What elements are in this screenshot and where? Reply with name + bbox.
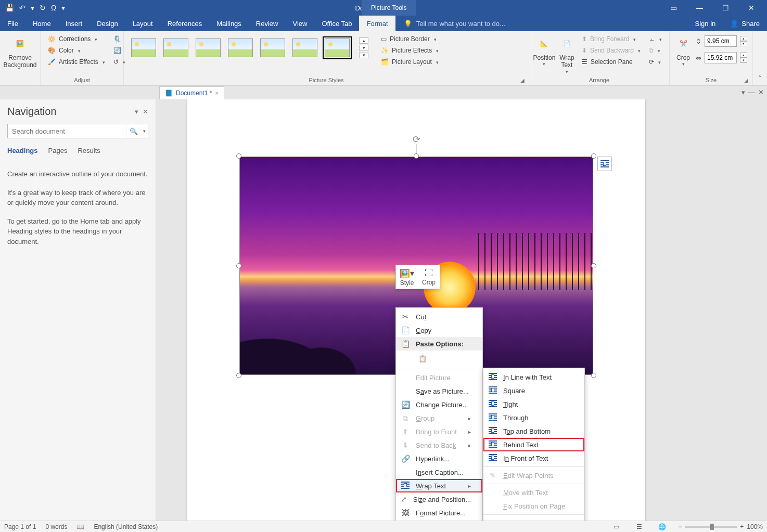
selected-image[interactable]: ⟳ 🖼️▾Style ⛶Crop [239, 157, 593, 375]
size-dialog-launcher-icon[interactable]: ◢ [744, 77, 748, 83]
position-button[interactable]: 📐Position▾ [532, 33, 556, 67]
sign-in-link[interactable]: Sign in [688, 16, 723, 31]
navigation-close-icon[interactable]: ✕ [138, 108, 148, 115]
tab-format[interactable]: Format [359, 16, 395, 31]
redo-icon[interactable]: ↻ [40, 4, 46, 12]
tab-layout[interactable]: Layout [125, 16, 160, 31]
picture-border-button[interactable]: ▭Picture Border [379, 34, 441, 44]
style-thumb-5[interactable] [260, 38, 285, 57]
tab-view[interactable]: View [285, 16, 314, 31]
width-down-icon[interactable]: ▾ [740, 58, 747, 63]
wrap-square[interactable]: Square [483, 384, 584, 397]
mini-style-button[interactable]: 🖼️▾Style [396, 265, 418, 289]
resize-handle-tl[interactable] [236, 153, 241, 159]
nav-tab-pages[interactable]: Pages [48, 147, 68, 157]
doctabs-dropdown-icon[interactable]: ▾ [742, 88, 745, 96]
ctx-hyperlink[interactable]: 🔗Hyperlink... [396, 452, 482, 465]
nav-tab-results[interactable]: Results [78, 147, 100, 157]
tab-references[interactable]: References [160, 16, 209, 31]
resize-handle-bl[interactable] [236, 373, 241, 378]
status-language[interactable]: English (United States) [94, 523, 158, 530]
resize-handle-ml[interactable] [236, 263, 241, 268]
zoom-in-icon[interactable]: + [740, 523, 744, 530]
wrap-inline[interactable]: In Line with Text [483, 370, 584, 384]
style-thumb-7[interactable] [325, 38, 350, 57]
search-dropdown-icon[interactable]: ▾ [140, 128, 148, 134]
style-thumb-6[interactable] [292, 38, 317, 57]
status-page[interactable]: Page 1 of 1 [4, 523, 36, 530]
ctx-change-picture[interactable]: 🔄Change Picture... [396, 398, 482, 411]
wrap-top-bottom[interactable]: Top and Bottom [483, 424, 584, 438]
gallery-scroll-up-icon[interactable]: ▴ [359, 37, 368, 44]
bring-forward-button[interactable]: ⬆Bring Forward [580, 34, 643, 44]
doctabs-min-icon[interactable]: — [748, 88, 755, 96]
document-tab-close-icon[interactable]: × [215, 90, 218, 96]
view-read-mode-icon[interactable]: ▭ [609, 523, 623, 530]
paste-option-keep-source[interactable]: 📋 [416, 352, 429, 365]
tab-design[interactable]: Design [90, 16, 125, 31]
group-objects-button[interactable]: ⧉ [647, 46, 664, 55]
gallery-scroll-down-icon[interactable]: ▾ [359, 45, 368, 51]
height-up-icon[interactable]: ▴ [740, 36, 747, 41]
resize-handle-tm[interactable] [414, 153, 419, 159]
gallery-more-icon[interactable]: ▾ [359, 52, 368, 58]
nav-tab-headings[interactable]: Headings [7, 147, 38, 157]
view-print-layout-icon[interactable]: ☰ [632, 523, 646, 530]
ctx-save-as-picture[interactable]: Save as Picture... [396, 384, 482, 398]
minimize-icon[interactable]: — [689, 4, 710, 12]
tab-insert[interactable]: Insert [58, 16, 90, 31]
width-input[interactable] [705, 52, 737, 63]
wrap-in-front[interactable]: In Front of Text [483, 451, 584, 465]
tell-me-search[interactable]: 💡Tell me what you want to do... [395, 16, 688, 31]
status-proofing-icon[interactable]: 📖 [76, 523, 84, 530]
ctx-wrap-text[interactable]: Wrap Text▸ [396, 479, 482, 492]
height-down-icon[interactable]: ▾ [740, 41, 747, 46]
qat-undo-dropdown-icon[interactable]: ▾ [31, 4, 34, 12]
color-button[interactable]: 🎨Color [46, 46, 107, 55]
collapse-ribbon-icon[interactable]: ˄ [753, 71, 767, 85]
view-web-layout-icon[interactable]: 🌐 [655, 523, 669, 530]
wrap-tight[interactable]: Tight [483, 397, 584, 411]
zoom-out-icon[interactable]: − [678, 523, 682, 530]
picture-effects-button[interactable]: ✨Picture Effects [379, 46, 441, 55]
wrap-more-options[interactable]: ⧉More Layout Options... [483, 516, 584, 521]
wrap-text-button[interactable]: 📄Wrap Text▾ [556, 33, 578, 75]
tab-home[interactable]: Home [25, 16, 58, 31]
resize-handle-tr[interactable] [591, 153, 596, 159]
tab-file[interactable]: File [0, 16, 25, 31]
style-thumb-4[interactable] [228, 38, 253, 57]
zoom-value[interactable]: 100% [747, 523, 763, 530]
share-button[interactable]: 👤Share [723, 16, 767, 31]
navigation-search[interactable]: 🔍 ▾ [7, 124, 148, 138]
status-words[interactable]: 0 words [45, 523, 67, 530]
remove-background-button[interactable]: 🖼️ Remove Background [3, 33, 37, 69]
close-icon[interactable]: ✕ [741, 4, 762, 12]
wrap-behind-text[interactable]: Behind Text [483, 438, 584, 451]
ctx-format-picture[interactable]: 🖼Format Picture... [396, 506, 482, 520]
styles-dialog-launcher-icon[interactable]: ◢ [520, 77, 525, 83]
rotate-button[interactable]: ⟳ [647, 57, 664, 67]
selection-pane-button[interactable]: ☰Selection Pane [580, 57, 643, 67]
tab-review[interactable]: Review [249, 16, 286, 31]
picture-layout-button[interactable]: 🗂️Picture Layout [379, 57, 441, 67]
search-icon[interactable]: 🔍 [126, 124, 140, 138]
zoom-slider[interactable] [685, 526, 737, 528]
corrections-button[interactable]: 🔆Corrections [46, 34, 107, 44]
crop-button[interactable]: ✂️Crop▾ [673, 33, 694, 67]
ctx-insert-caption[interactable]: Insert Caption... [396, 465, 482, 479]
tab-office-tab[interactable]: Office Tab [314, 16, 359, 31]
wrap-through[interactable]: Through [483, 411, 584, 424]
artistic-effects-button[interactable]: 🖌️Artistic Effects [46, 57, 107, 67]
style-thumb-1[interactable] [131, 38, 156, 57]
navigation-dropdown-icon[interactable]: ▾ [131, 108, 138, 115]
align-button[interactable]: ⫠ [647, 34, 664, 44]
style-thumb-2[interactable] [163, 38, 188, 57]
tab-mailings[interactable]: Mailings [209, 16, 249, 31]
ctx-size-position[interactable]: ⤢Size and Position... [396, 492, 482, 506]
search-input[interactable] [8, 127, 126, 135]
save-icon[interactable]: 💾 [5, 4, 14, 12]
rotate-handle-icon[interactable]: ⟳ [413, 134, 420, 145]
sync-icon[interactable]: Ω [51, 4, 56, 12]
width-up-icon[interactable]: ▴ [740, 53, 747, 58]
document-canvas[interactable]: ⟳ 🖼️▾Style ⛶Crop [156, 99, 767, 521]
